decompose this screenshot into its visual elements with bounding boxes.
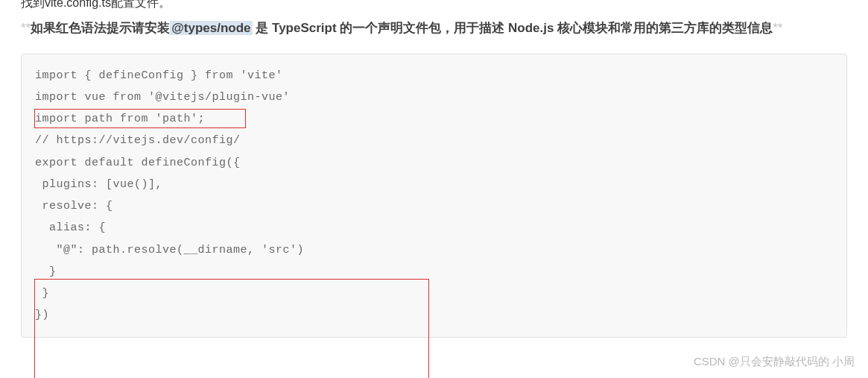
desc-part1: 如果红色语法提示请安装 (31, 21, 170, 35)
code-line: }) (35, 304, 833, 326)
md-bold-prefix: ** (21, 21, 31, 35)
article-content: 找到vite.config.ts配置文件。 **如果红色语法提示请安装@type… (0, 0, 868, 338)
code-line: import vue from '@vitejs/plugin-vue' (35, 86, 833, 108)
description-paragraph: **如果红色语法提示请安装@types/node 是 TypeScript 的一… (21, 17, 847, 40)
csdn-watermark: CSDN @只会安静敲代码的 小周 (694, 355, 855, 369)
code-line: import path from 'path'; (35, 108, 833, 130)
code-line: "@": path.resolve(__dirname, 'src') (35, 239, 833, 261)
md-bold-suffix: ** (773, 21, 782, 35)
code-line: } (35, 261, 833, 283)
code-line: import { defineConfig } from 'vite' (35, 65, 833, 86)
prior-text-fragment: 找到vite.config.ts配置文件。 (21, 0, 847, 11)
desc-part2: 是 TypeScript 的一个声明文件包，用于描述 Node.js 核心模块和… (253, 21, 773, 35)
code-block: import { defineConfig } from 'vite' impo… (21, 54, 847, 338)
code-line: alias: { (35, 217, 833, 239)
code-line: } (35, 283, 833, 304)
code-line: plugins: [vue()], (35, 174, 833, 195)
code-line: resolve: { (35, 195, 833, 217)
code-line: // https://vitejs.dev/config/ (35, 130, 833, 151)
code-line: export default defineConfig({ (35, 152, 833, 174)
desc-highlight: @types/node (170, 21, 252, 35)
